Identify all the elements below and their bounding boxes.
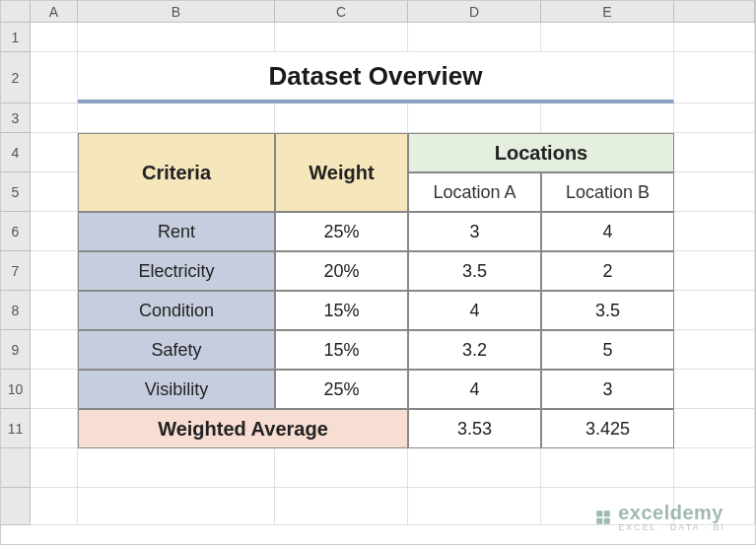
value-cell[interactable]: 3.5 [408, 251, 541, 291]
criteria-cell[interactable]: Condition [78, 291, 275, 330]
value-cell[interactable]: 3.5 [541, 291, 674, 330]
value-cell[interactable]: 3 [541, 370, 674, 409]
row-header-4[interactable]: 4 [1, 133, 31, 172]
cell[interactable] [674, 52, 755, 103]
col-header-c[interactable]: C [275, 1, 408, 23]
cell[interactable] [408, 103, 541, 133]
cell[interactable] [31, 370, 78, 409]
cell[interactable] [275, 448, 408, 488]
cell[interactable] [31, 23, 78, 52]
weight-cell[interactable]: 25% [275, 212, 408, 251]
header-location-b[interactable]: Location B [541, 172, 674, 212]
row-header-6[interactable]: 6 [1, 212, 31, 251]
cell[interactable] [31, 172, 78, 212]
cell[interactable] [541, 23, 674, 52]
brand-logo-icon [594, 509, 612, 526]
watermark-brand: exceldemy [618, 502, 723, 523]
cell[interactable] [275, 23, 408, 52]
cell[interactable] [674, 23, 755, 52]
criteria-cell[interactable]: Electricity [78, 251, 275, 291]
cell-grid: Dataset Overview Criteria Weight Locatio… [31, 23, 755, 525]
row-header-2[interactable]: 2 [1, 52, 31, 103]
weighted-average-b[interactable]: 3.425 [541, 409, 674, 448]
cell[interactable] [31, 291, 78, 330]
cell[interactable] [31, 409, 78, 448]
cell[interactable] [541, 448, 674, 488]
criteria-cell[interactable]: Visibility [78, 370, 275, 409]
row-header-7[interactable]: 7 [1, 251, 31, 291]
weight-cell[interactable]: 25% [275, 370, 408, 409]
cell[interactable] [674, 409, 755, 448]
cell[interactable] [408, 23, 541, 52]
row-header-3[interactable]: 3 [1, 103, 31, 133]
header-locations[interactable]: Locations [408, 133, 674, 172]
col-header-e[interactable]: E [541, 1, 674, 23]
col-header-blank[interactable] [674, 1, 755, 23]
cell[interactable] [674, 212, 755, 251]
row-header-blank-1[interactable] [1, 448, 31, 488]
cell[interactable] [541, 103, 674, 133]
select-all-corner[interactable] [1, 1, 31, 23]
row-header-11[interactable]: 11 [1, 409, 31, 448]
cell[interactable] [78, 448, 275, 488]
watermark: exceldemy EXCEL · DATA · BI [594, 502, 725, 532]
cell[interactable] [674, 370, 755, 409]
page-title[interactable]: Dataset Overview [78, 52, 674, 103]
weighted-average-a[interactable]: 3.53 [408, 409, 541, 448]
cell[interactable] [275, 488, 408, 525]
row-header-10[interactable]: 10 [1, 370, 31, 409]
cell[interactable] [31, 133, 78, 172]
cell[interactable] [674, 330, 755, 370]
cell[interactable] [31, 448, 78, 488]
header-location-a[interactable]: Location A [408, 172, 541, 212]
row-header-5[interactable]: 5 [1, 172, 31, 212]
row-header-1[interactable]: 1 [1, 23, 31, 52]
value-cell[interactable]: 4 [541, 212, 674, 251]
cell[interactable] [31, 103, 78, 133]
spreadsheet: A B C D E 1 2 3 4 5 6 7 8 9 10 11 [0, 0, 756, 545]
cell[interactable] [78, 103, 275, 133]
cell[interactable] [31, 52, 78, 103]
column-headers: A B C D E [31, 1, 755, 23]
criteria-cell[interactable]: Rent [78, 212, 275, 251]
row-header-8[interactable]: 8 [1, 291, 31, 330]
col-header-d[interactable]: D [408, 1, 541, 23]
value-cell[interactable]: 3.2 [408, 330, 541, 370]
cell[interactable] [31, 330, 78, 370]
value-cell[interactable]: 3 [408, 212, 541, 251]
weight-cell[interactable]: 15% [275, 330, 408, 370]
cell[interactable] [674, 448, 755, 488]
value-cell[interactable]: 4 [408, 370, 541, 409]
cell[interactable] [275, 103, 408, 133]
cell[interactable] [31, 251, 78, 291]
cell[interactable] [408, 448, 541, 488]
col-header-b[interactable]: B [78, 1, 275, 23]
cell[interactable] [674, 172, 755, 212]
cell[interactable] [674, 103, 755, 133]
row-header-9[interactable]: 9 [1, 330, 31, 370]
row-header-blank-2[interactable] [1, 488, 31, 525]
watermark-tag: EXCEL · DATA · BI [618, 522, 725, 532]
value-cell[interactable]: 2 [541, 251, 674, 291]
header-weight[interactable]: Weight [275, 133, 408, 212]
weight-cell[interactable]: 15% [275, 291, 408, 330]
header-criteria[interactable]: Criteria [78, 133, 275, 212]
col-header-a[interactable]: A [31, 1, 78, 23]
cell[interactable] [78, 488, 275, 525]
weight-cell[interactable]: 20% [275, 251, 408, 291]
value-cell[interactable]: 5 [541, 330, 674, 370]
criteria-cell[interactable]: Safety [78, 330, 275, 370]
cell[interactable] [78, 23, 275, 52]
cell[interactable] [31, 212, 78, 251]
value-cell[interactable]: 4 [408, 291, 541, 330]
cell[interactable] [674, 133, 755, 172]
cell[interactable] [674, 291, 755, 330]
row-headers: 1 2 3 4 5 6 7 8 9 10 11 [1, 23, 31, 525]
cell[interactable] [408, 488, 541, 525]
cell[interactable] [674, 251, 755, 291]
weighted-average-label[interactable]: Weighted Average [78, 409, 408, 448]
cell[interactable] [31, 488, 78, 525]
